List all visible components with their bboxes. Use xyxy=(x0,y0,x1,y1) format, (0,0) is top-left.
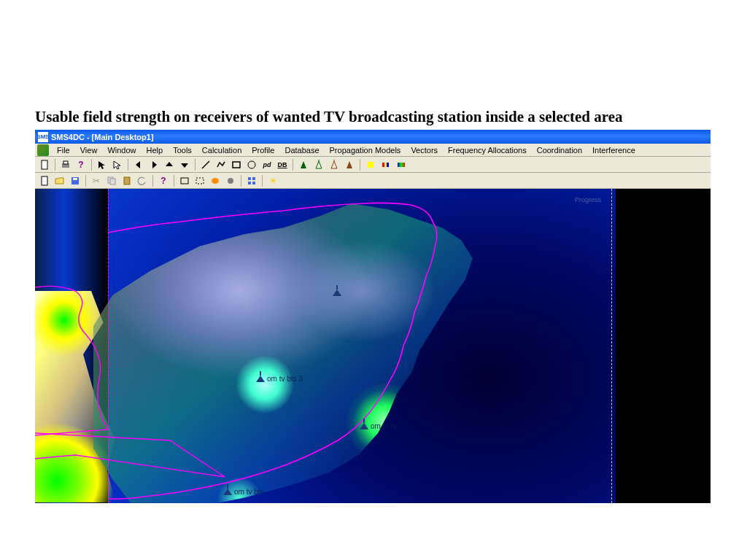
station-marker[interactable]: om tv bts xyxy=(223,488,264,496)
palette1-icon[interactable] xyxy=(363,158,378,171)
poly-icon[interactable] xyxy=(214,158,228,171)
paste-icon[interactable] xyxy=(120,174,134,187)
window-menu-icon[interactable] xyxy=(37,144,49,156)
separator xyxy=(360,159,360,171)
rect-icon[interactable] xyxy=(229,158,244,171)
antenna-icon xyxy=(360,423,368,429)
station-marker[interactable]: om tv rx xyxy=(360,422,397,430)
copy-icon[interactable] xyxy=(104,174,119,187)
pointer-black-icon[interactable] xyxy=(95,158,109,171)
menubar: File View Window Help Tools Calculation … xyxy=(35,144,711,157)
clear-icon[interactable] xyxy=(244,158,259,171)
menu-window[interactable]: Window xyxy=(102,144,141,156)
separator xyxy=(195,159,196,171)
new-icon[interactable] xyxy=(37,158,52,171)
svg-rect-13 xyxy=(42,176,47,185)
svg-rect-25 xyxy=(248,182,251,184)
terrain-heatmap xyxy=(93,203,473,503)
svg-rect-26 xyxy=(252,182,255,184)
svg-rect-17 xyxy=(110,179,115,184)
menu-calculation[interactable]: Calculation xyxy=(197,144,247,156)
help2-icon[interactable]: ? xyxy=(156,174,171,187)
path-icon[interactable]: pd xyxy=(260,158,274,171)
svg-point-5 xyxy=(248,161,255,168)
station-label: om tv bts xyxy=(234,488,264,496)
undo-icon[interactable] xyxy=(135,174,150,187)
menu-propagation-models[interactable]: Propagation Models xyxy=(325,144,406,156)
separator xyxy=(174,175,174,187)
separator xyxy=(262,175,263,187)
station-marker[interactable]: om tv bts 3 xyxy=(256,375,303,383)
antenna-icon xyxy=(256,376,265,382)
print-icon[interactable] xyxy=(58,158,73,171)
forward-icon[interactable] xyxy=(147,158,161,171)
station1-icon[interactable] xyxy=(296,158,311,171)
menu-database[interactable]: Database xyxy=(279,144,324,156)
menu-interference[interactable]: Interference xyxy=(587,144,640,156)
oval-icon[interactable] xyxy=(208,174,222,187)
grid-icon[interactable] xyxy=(244,174,259,187)
pointer-white-icon[interactable] xyxy=(110,158,125,171)
antenna-icon xyxy=(333,289,341,296)
svg-rect-10 xyxy=(384,163,387,167)
menu-vectors[interactable]: Vectors xyxy=(406,144,443,156)
menu-file[interactable]: File xyxy=(52,144,75,156)
menu-profile[interactable]: Profile xyxy=(247,144,279,156)
separator xyxy=(152,175,153,187)
save-icon[interactable] xyxy=(68,174,82,187)
separator xyxy=(128,159,128,171)
circle-icon[interactable] xyxy=(223,174,238,187)
menu-tools[interactable]: Tools xyxy=(168,144,197,156)
station2-icon[interactable] xyxy=(311,158,326,171)
up-icon[interactable] xyxy=(162,158,177,171)
station-label: om tv bts 3 xyxy=(267,375,303,383)
new-file-icon[interactable] xyxy=(37,174,52,187)
svg-rect-12 xyxy=(398,163,405,167)
svg-point-22 xyxy=(228,178,233,184)
progress-label: Progress xyxy=(575,196,601,203)
station-marker[interactable] xyxy=(333,289,344,296)
menu-help[interactable]: Help xyxy=(142,144,169,156)
station-label: om tv rx xyxy=(371,422,397,430)
toolbar-1: ? pd DB xyxy=(35,157,711,173)
svg-rect-18 xyxy=(124,177,130,184)
app-icon: SMS xyxy=(38,132,48,142)
down-icon[interactable] xyxy=(177,158,192,171)
map-canvas[interactable]: Progress om tv bts 3 om tv rx om tv bts xyxy=(35,189,711,503)
svg-rect-4 xyxy=(233,162,240,168)
svg-rect-23 xyxy=(248,177,251,180)
separator xyxy=(85,175,86,187)
station3-icon[interactable] xyxy=(327,158,341,171)
svg-line-3 xyxy=(202,161,209,168)
menu-frequency-allocations[interactable]: Frequency Allocations xyxy=(443,144,532,156)
page-title: Usable field strength on receivers of wa… xyxy=(35,108,623,126)
svg-rect-24 xyxy=(252,177,255,180)
svg-rect-2 xyxy=(63,161,68,164)
palette2-icon[interactable] xyxy=(379,158,393,171)
rect2-icon[interactable] xyxy=(177,174,192,187)
back-icon[interactable] xyxy=(131,158,146,171)
svg-rect-11 xyxy=(387,163,389,167)
cut-icon[interactable]: ✂ xyxy=(89,174,104,187)
svg-rect-20 xyxy=(196,178,204,184)
antenna-icon xyxy=(223,489,232,495)
db-icon[interactable]: DB xyxy=(275,158,290,171)
select-icon[interactable] xyxy=(193,174,207,187)
separator xyxy=(293,159,293,171)
separator xyxy=(241,175,241,187)
help-icon[interactable]: ? xyxy=(74,158,88,171)
menu-coordination[interactable]: Coordination xyxy=(532,144,587,156)
sun-icon[interactable]: ☀ xyxy=(266,174,280,187)
separator xyxy=(91,159,92,171)
menu-view[interactable]: View xyxy=(75,144,103,156)
station4-icon[interactable] xyxy=(342,158,357,171)
line-icon[interactable] xyxy=(198,158,213,171)
toolbar-2: ✂ ? ☀ xyxy=(35,173,711,189)
svg-rect-9 xyxy=(382,163,384,167)
palette3-icon[interactable] xyxy=(394,158,409,171)
titlebar: SMS SMS4DC - [Main Desktop1] xyxy=(35,130,711,144)
separator xyxy=(55,159,55,171)
open-icon[interactable] xyxy=(53,174,67,187)
svg-rect-15 xyxy=(73,178,77,180)
svg-rect-19 xyxy=(181,178,188,184)
